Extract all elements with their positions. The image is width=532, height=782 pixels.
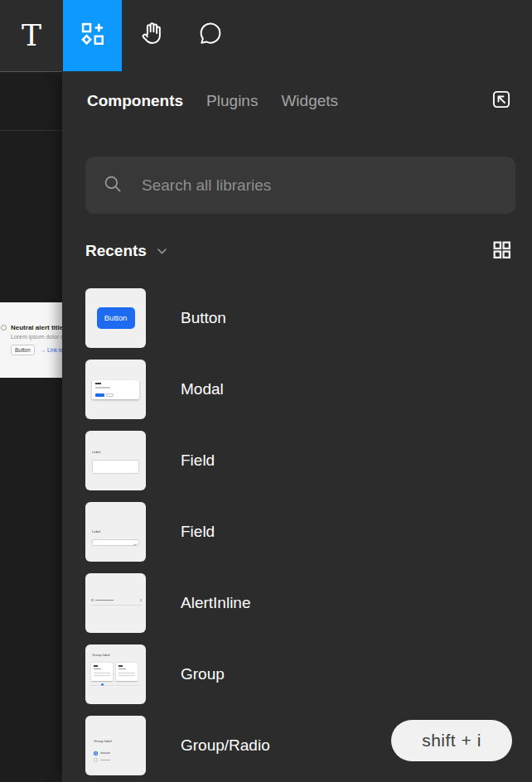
text-tool-button[interactable]: T <box>0 0 63 71</box>
component-thumbnail[interactable]: Label <box>85 431 146 490</box>
alert-title: Neutral alert title <box>11 324 62 331</box>
comment-bubble-icon <box>197 21 224 51</box>
component-thumbnail[interactable]: Label <box>85 502 146 562</box>
tab-plugins[interactable]: Plugins <box>206 92 258 110</box>
component-thumbnail[interactable]: Button <box>85 288 146 348</box>
tab-components[interactable]: Components <box>87 92 183 110</box>
grid-view-toggle-button[interactable] <box>487 237 515 265</box>
tab-widgets[interactable]: Widgets <box>281 92 338 110</box>
grid-view-icon <box>491 239 512 263</box>
component-label: Field <box>181 451 215 470</box>
thumb-field-select-preview: Label <box>92 530 139 546</box>
component-label: Modal <box>181 380 224 398</box>
alert-actions: Button → Link text <box>11 345 62 355</box>
component-item-button[interactable]: Button Button <box>85 288 515 348</box>
thumb-field-preview: Label <box>92 451 139 474</box>
component-thumbnail[interactable] <box>85 573 146 633</box>
text-tool-icon: T <box>22 21 41 51</box>
recents-title: Recents <box>85 242 147 260</box>
panel-tabs: Components Plugins Widgets <box>87 92 338 110</box>
component-list: Button Button Modal Label Field <box>85 288 515 782</box>
components-icon <box>79 20 107 51</box>
component-item-group[interactable]: Group label Group <box>85 644 515 704</box>
alert-info-icon <box>1 325 7 331</box>
alert-button[interactable]: Button <box>11 345 35 355</box>
component-item-modal[interactable]: Modal <box>85 360 515 419</box>
thumb-modal-preview <box>92 380 139 399</box>
thumb-button-preview: Button <box>97 307 135 329</box>
arrow-right-icon: → <box>41 347 46 353</box>
canvas-alert-component[interactable]: Neutral alert title Lorem ipsum dolor am… <box>0 302 62 378</box>
thumb-radio-preview: Group label <box>94 740 141 762</box>
component-item-alertinline[interactable]: AlertInline <box>85 573 515 633</box>
toolbar: T <box>0 0 532 71</box>
search-icon <box>102 173 123 198</box>
keyboard-shortcut-hint: shift + i <box>391 720 512 761</box>
alert-link[interactable]: → Link text <box>41 347 62 353</box>
hand-tool-button[interactable] <box>122 0 181 71</box>
thumb-alert-preview <box>91 599 142 606</box>
hand-icon <box>138 21 165 51</box>
panel-header: Components Plugins Widgets <box>87 84 515 118</box>
recents-header: Recents <box>85 239 515 263</box>
radio-unselected-icon <box>94 758 98 762</box>
radio-selected-icon <box>94 751 98 755</box>
assets-panel: Components Plugins Widgets Recents <box>62 71 532 782</box>
component-label: AlertInline <box>181 594 251 612</box>
search-bar[interactable] <box>85 157 515 214</box>
component-item-field-select[interactable]: Label Field <box>85 502 515 562</box>
component-label: Group <box>181 665 225 683</box>
component-label: Field <box>181 523 215 541</box>
component-label: Group/Radio <box>181 736 270 755</box>
component-thumbnail[interactable]: Group label <box>85 716 146 775</box>
comment-tool-button[interactable] <box>181 0 239 71</box>
component-thumbnail[interactable]: Group label <box>85 644 146 704</box>
canvas-frame-edge <box>0 130 62 131</box>
alert-body-text: Lorem ipsum dolor amet consec <box>11 334 62 340</box>
thumb-group-preview: Group label <box>85 644 146 704</box>
chevron-down-icon <box>157 244 167 258</box>
search-input[interactable] <box>142 176 499 195</box>
arrow-up-left-box-icon <box>490 88 513 114</box>
assets-tool-button[interactable] <box>63 0 122 71</box>
detach-panel-button[interactable] <box>487 87 515 115</box>
component-thumbnail[interactable] <box>85 360 146 419</box>
canvas-viewport[interactable]: Neutral alert title Lorem ipsum dolor am… <box>0 71 62 782</box>
canvas-frame-edge <box>0 71 62 72</box>
component-item-field-input[interactable]: Label Field <box>85 431 515 490</box>
component-label: Button <box>181 309 226 327</box>
recents-dropdown-button[interactable] <box>157 244 167 258</box>
